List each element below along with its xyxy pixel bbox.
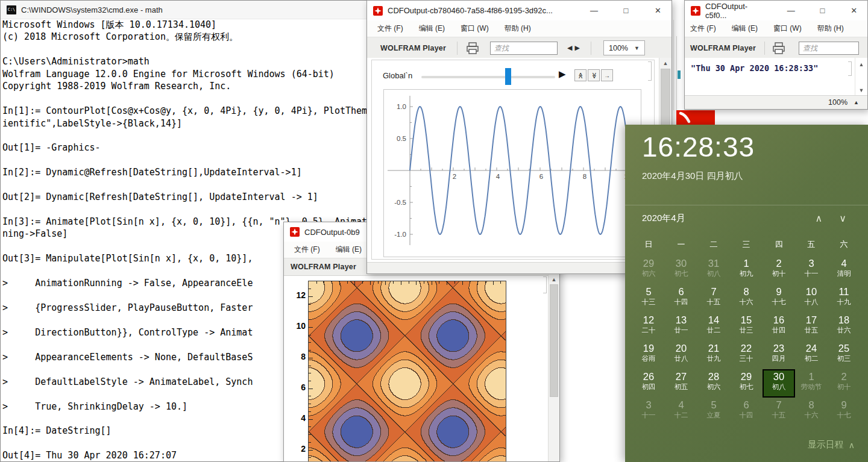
lunar-label: 初八	[764, 382, 794, 391]
calendar-day-cell[interactable]: 7十五	[763, 398, 795, 426]
animation-slider[interactable]	[421, 76, 555, 78]
day-number: 5	[632, 286, 665, 298]
contour-y-tick-label: 4	[289, 413, 306, 423]
show-agenda-link[interactable]: 显示日程 ∧	[808, 439, 855, 451]
lunar-label: 廿一	[665, 326, 697, 334]
zoom-value[interactable]: 100%	[828, 98, 848, 107]
calendar-day-cell[interactable]: 2初十	[828, 369, 860, 398]
scroll-up-icon[interactable]: ▲	[855, 61, 867, 67]
contour-scrollbar[interactable]: ▲	[548, 275, 559, 461]
calendar-day-cell[interactable]: 3十一	[632, 398, 665, 426]
lunar-label: 初三	[828, 354, 860, 363]
slower-button[interactable]: ≪	[588, 69, 600, 81]
calendar-day-cell[interactable]: 13廿一	[665, 313, 697, 341]
weekday-label: 五	[795, 239, 828, 254]
minimize-button[interactable]: —	[778, 1, 804, 20]
datetime-scrollbar[interactable]: ▲ ▼	[855, 58, 867, 97]
clock-time: 16:28:33	[642, 131, 755, 163]
cdf-datetime-titlebar[interactable]: CDFOutput-c5f0... — □ ✕	[685, 1, 867, 20]
calendar-day-cell[interactable]: 9十七	[828, 398, 860, 426]
calendar-day-cell[interactable]: 7十五	[697, 284, 730, 313]
calendar-prev-month-chevron-up-icon[interactable]: ∧	[807, 213, 831, 224]
scroll-up-icon[interactable]: ▲	[659, 60, 671, 66]
clock-date[interactable]: 2020年4月30日 四月初八	[642, 170, 743, 182]
print-icon[interactable]	[466, 42, 479, 54]
calendar-day-cell[interactable]: 19谷雨	[632, 341, 665, 369]
lunar-label: 初二	[795, 354, 828, 363]
find-input[interactable]	[799, 42, 859, 55]
minimize-button[interactable]: —	[580, 1, 608, 20]
maximize-button[interactable]: □	[809, 1, 835, 20]
datetime-output: "Thu 30 Apr 2020 16:28:33"	[691, 63, 818, 73]
menu-item[interactable]: 文件 (F)	[377, 23, 403, 34]
menu-item[interactable]: 帮助 (H)	[505, 23, 531, 34]
calendar-day-cell[interactable]: 1初九	[730, 256, 763, 284]
calendar-day-cell[interactable]: 4清明	[828, 256, 860, 284]
calendar-day-cell[interactable]: 28初六	[697, 369, 730, 398]
calendar-day-cell[interactable]: 23四月	[763, 341, 795, 369]
maximize-button[interactable]: □	[612, 1, 640, 20]
wolfram-player-brand: WOLFRAM Player	[291, 263, 356, 271]
calendar-day-cell[interactable]: 12二十	[632, 313, 665, 341]
calendar-day-cell[interactable]: 4十二	[665, 398, 697, 426]
calendar-day-cell[interactable]: 11十九	[828, 284, 860, 313]
calendar-day-cell[interactable]: 17廿五	[795, 313, 828, 341]
calendar-day-cell[interactable]: 31初八	[697, 256, 730, 284]
calendar-day-cell[interactable]: 30初七	[665, 256, 697, 284]
calendar-day-cell[interactable]: 5立夏	[697, 398, 730, 426]
calendar-day-cell[interactable]: 10十八	[795, 284, 828, 313]
menu-item[interactable]: 窗口 (W)	[461, 23, 489, 34]
calendar-day-cell[interactable]: 24初二	[795, 341, 828, 369]
calendar-day-cell[interactable]: 22三十	[730, 341, 763, 369]
menu-item[interactable]: 编辑 (E)	[419, 23, 445, 34]
calendar-day-cell[interactable]: 8十六	[730, 284, 763, 313]
menu-item[interactable]: 帮助 (H)	[817, 23, 844, 34]
calendar-day-cell[interactable]: 8十六	[795, 398, 828, 426]
zoom-dropdown[interactable]: 100% ▼	[603, 40, 645, 55]
calendar-day-cell[interactable]: 26初四	[632, 369, 665, 398]
calendar-month-label[interactable]: 2020年4月	[642, 213, 685, 224]
calendar-day-cell[interactable]: 1劳动节	[795, 369, 828, 398]
calendar-day-cell[interactable]: 20廿八	[665, 341, 697, 369]
calendar-day-cell[interactable]: 29初六	[632, 256, 665, 284]
day-number: 26	[632, 371, 665, 382]
lunar-label: 三十	[730, 354, 763, 363]
close-button[interactable]: ✕	[841, 1, 867, 20]
menu-item[interactable]: 编辑 (E)	[336, 245, 362, 255]
menu-item[interactable]: 编辑 (E)	[732, 23, 758, 34]
calendar-next-month-chevron-down-icon[interactable]: ∨	[831, 213, 855, 224]
calendar-day-cell[interactable]: 15廿三	[730, 313, 763, 341]
calendar-day-cell[interactable]: 21廿九	[697, 341, 730, 369]
faster-button[interactable]: ≪	[574, 69, 587, 81]
slider-thumb[interactable]	[505, 68, 511, 85]
calendar-day-cell[interactable]: 3十一	[795, 256, 828, 284]
menu-item[interactable]: 窗口 (W)	[773, 23, 802, 34]
cdf-datetime-content[interactable]: "Thu 30 Apr 2020 16:28:33"	[685, 58, 855, 97]
calendar-day-cell[interactable]: 18廿六	[828, 313, 860, 341]
find-input[interactable]	[490, 42, 558, 55]
cdf-sine-titlebar[interactable]: CDFOutput-cb780460-7a58-4f86-9195-3d92c.…	[367, 1, 671, 20]
scroll-up-icon[interactable]: ▲	[549, 276, 559, 283]
scrollbar-thumb[interactable]	[550, 284, 558, 397]
calendar-day-cell[interactable]: 2初十	[763, 256, 795, 284]
scroll-down-icon[interactable]: ▼	[855, 87, 867, 93]
close-button[interactable]: ✕	[644, 1, 671, 20]
calendar-day-cell-today[interactable]: 30初八	[763, 369, 795, 398]
divider	[625, 205, 868, 205]
calendar-day-cell[interactable]: 25初三	[828, 341, 860, 369]
calendar-day-cell[interactable]: 9十七	[763, 284, 795, 313]
chevron-up-icon[interactable]: ▲	[854, 99, 859, 105]
direction-button[interactable]: →	[601, 69, 613, 81]
calendar-day-cell[interactable]: 5十三	[632, 284, 665, 313]
calendar-day-cell[interactable]: 27初五	[665, 369, 697, 398]
find-prev-next-icons[interactable]: ◀▶	[567, 44, 582, 52]
calendar-day-cell[interactable]: 29初七	[730, 369, 763, 398]
print-icon[interactable]	[772, 42, 785, 54]
menu-item[interactable]: 文件 (F)	[294, 245, 320, 255]
menu-item[interactable]: 文件 (F)	[690, 23, 716, 34]
calendar-day-cell[interactable]: 6十四	[665, 284, 697, 313]
calendar-day-cell[interactable]: 14廿二	[697, 313, 730, 341]
calendar-day-cell[interactable]: 16廿四	[763, 313, 795, 341]
play-icon[interactable]: ▶	[559, 69, 566, 80]
calendar-day-cell[interactable]: 6十四	[730, 398, 763, 426]
